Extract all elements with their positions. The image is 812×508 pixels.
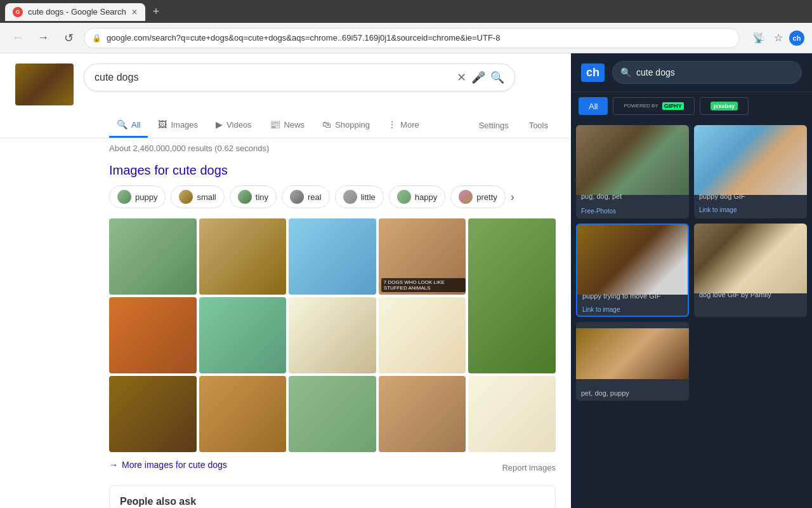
chip-happy-label: happy [415,192,437,202]
nav-icons: 📡 ☆ ch [750,29,804,46]
tab-shopping-label: Shopping [335,120,370,130]
panel-item-puppy-gif[interactable]: puppy dog GIF Link to image [694,125,807,218]
tab-more-label: More [400,120,419,130]
chip-little[interactable]: little [335,185,384,208]
settings-button[interactable]: Settings [471,116,516,135]
videos-icon: ▶ [216,119,223,130]
chip-real-label: real [308,192,322,202]
tab-all[interactable]: 🔍 All [109,113,148,138]
microphone-icon[interactable]: 🎤 [471,70,485,84]
address-bar[interactable]: 🔒 google.com/search?q=cute+dogs&oq=cute+… [84,28,740,48]
avatar[interactable]: ch [789,30,804,46]
grid-image-3[interactable] [289,218,376,295]
panel-puppy-gif-image [694,125,807,189]
panel-pet-image [576,322,689,385]
grid-image-2[interactable] [199,218,287,295]
tab-videos[interactable]: ▶ Videos [208,113,259,138]
chips-next-button[interactable]: › [511,190,514,204]
search-input[interactable] [95,72,452,83]
grid-image-1[interactable] [109,218,197,295]
chip-puppy-img [117,190,131,204]
chip-tiny-img [238,190,252,204]
chip-tiny[interactable]: tiny [230,185,277,208]
search-submit-icon[interactable]: 🔍 [490,70,504,84]
chip-pretty-label: pretty [476,192,497,202]
grid-image-11[interactable] [199,376,287,452]
more-images-text: More images for cute dogs [122,460,227,470]
chip-real[interactable]: real [282,185,330,208]
panel-search-box[interactable]: 🔍 [612,61,802,84]
panel-item-pet-label: pet, dog, puppy [576,385,689,401]
panel-tabs: All POWERED BY GIPHY pixabay [571,92,812,120]
panel-search-input[interactable] [636,67,794,77]
chip-tiny-label: tiny [256,192,268,202]
grid-image-4[interactable]: 7 DOGS WHO LOOK LIKE STUFFED ANIMALS [379,218,466,295]
image-overlay-text: 7 DOGS WHO LOOK LIKE STUFFED ANIMALS [381,278,466,292]
image-grid: 7 DOGS WHO LOOK LIKE STUFFED ANIMALS [109,218,556,452]
grid-image-14[interactable] [468,376,556,452]
search-box[interactable]: ✕ 🎤 🔍 [84,64,515,91]
grid-image-5[interactable] [468,218,556,373]
panel-item-pet[interactable]: pet, dog, puppy [576,322,689,401]
tab-title: cute dogs - Google Search [28,7,126,17]
tab-favicon: G [13,7,23,17]
tab-news[interactable]: 📰 News [262,113,313,138]
chip-little-img [343,190,357,204]
people-also-ask-title: People also ask [120,496,545,507]
browser-chrome: G cute dogs - Google Search ✕ + [0,0,812,23]
more-images-row: → More images for cute dogs Report image… [109,460,556,475]
results-count: About 2,460,000,000 results (0.62 second… [109,144,556,153]
grid-image-7[interactable] [199,297,287,373]
cast-icon[interactable]: 📡 [750,29,768,46]
more-images-link[interactable]: → More images for cute dogs [109,460,227,470]
panel-dog-love-image [694,224,807,287]
panel-item-puppy-move-link[interactable]: Link to image [577,304,688,316]
grid-image-12[interactable] [289,376,376,452]
refresh-button[interactable]: ↺ [58,28,79,48]
google-logo-image [15,64,74,105]
grid-image-13[interactable] [379,376,466,452]
back-button[interactable]: ← [8,28,28,48]
panel-item-puppy-gif-link[interactable]: Link to image [694,204,807,216]
tab-images[interactable]: 🖼 Images [150,113,206,138]
panel-tab-pixabay[interactable]: pixabay [700,97,749,115]
google-search-area: ✕ 🎤 🔍 🔍 All 🖼 Images ▶ Videos 📰 [0,53,571,508]
images-for-cute-dogs-header[interactable]: Images for cute dogs [109,163,556,178]
lock-icon: 🔒 [92,34,102,43]
grid-image-6[interactable] [109,297,197,373]
close-tab-button[interactable]: ✕ [131,8,138,17]
chip-small-label: small [197,192,216,202]
tab-shopping[interactable]: 🛍 Shopping [315,113,377,138]
right-panel: ch 🔍 All POWERED BY GIPHY pixabay [571,53,812,508]
more-icon: ⋮ [388,119,396,130]
report-images-link[interactable]: Report images [502,463,556,472]
chip-little-label: little [361,192,376,202]
active-tab[interactable]: G cute dogs - Google Search ✕ [5,3,145,21]
grid-image-10[interactable] [109,376,197,452]
panel-item-puppy-move[interactable]: puppy trying to move GIF Link to image [576,224,689,317]
grid-image-8[interactable] [289,297,376,373]
panel-tab-all[interactable]: All [579,97,608,115]
search-tabs: 🔍 All 🖼 Images ▶ Videos 📰 News 🛍 Shoppin… [0,110,571,138]
chip-happy[interactable]: happy [389,185,445,208]
panel-item-dog-love[interactable]: dog love GIF by Pamily [694,224,807,317]
panel-item-pug[interactable]: pug, dog, pet Free-Photos [576,125,689,218]
chip-small[interactable]: small [171,185,224,208]
people-also-ask-section: People also ask [109,485,556,508]
search-clear-button[interactable]: ✕ [457,70,466,84]
chip-small-img [179,190,193,204]
chip-puppy[interactable]: puppy [109,185,166,208]
chip-pretty[interactable]: pretty [450,185,506,208]
chip-real-img [290,190,304,204]
tools-button[interactable]: Tools [521,116,556,135]
panel-tab-giphy[interactable]: POWERED BY GIPHY [613,97,694,115]
grid-image-9[interactable] [379,297,466,373]
bookmark-icon[interactable]: ☆ [771,29,785,46]
nav-bar: ← → ↺ 🔒 google.com/search?q=cute+dogs&oq… [0,23,812,53]
powered-by-text: POWERED BY [624,104,658,109]
image-chips: puppy small tiny real little [109,185,556,208]
new-tab-button[interactable]: + [148,3,165,21]
search-box-container: ✕ 🎤 🔍 [84,64,556,91]
tab-more[interactable]: ⋮ More [380,113,427,138]
forward-button[interactable]: → [33,28,53,48]
